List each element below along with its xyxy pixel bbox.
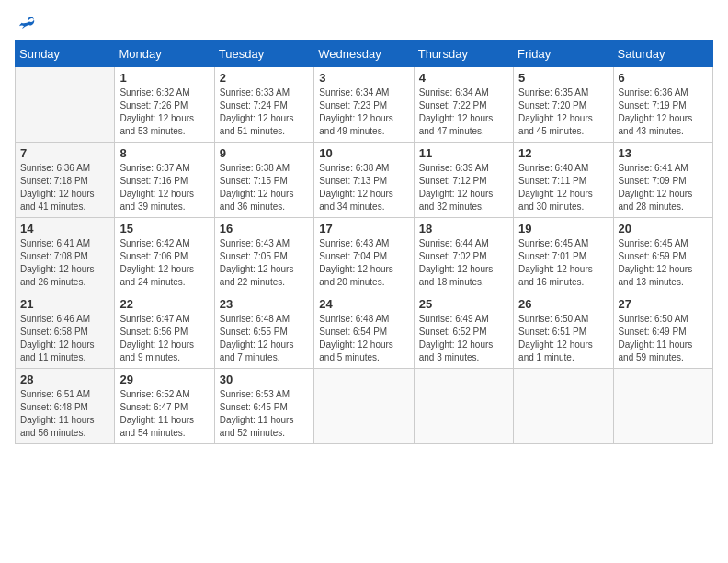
calendar-table: SundayMondayTuesdayWednesdayThursdayFrid… (15, 40, 713, 444)
weekday-header-row: SundayMondayTuesdayWednesdayThursdayFrid… (16, 41, 713, 67)
day-number: 9 (220, 146, 309, 160)
weekday-header-monday: Monday (115, 41, 214, 67)
day-number: 15 (119, 222, 209, 236)
calendar-cell: 21Sunrise: 6:46 AM Sunset: 6:58 PM Dayli… (16, 293, 115, 369)
day-info: Sunrise: 6:33 AM Sunset: 7:24 PM Dayligh… (220, 86, 309, 138)
day-number: 2 (220, 71, 309, 85)
calendar-cell: 6Sunrise: 6:36 AM Sunset: 7:19 PM Daylig… (613, 67, 712, 143)
week-row-2: 14Sunrise: 6:41 AM Sunset: 7:08 PM Dayli… (16, 218, 713, 293)
calendar-cell: 17Sunrise: 6:43 AM Sunset: 7:04 PM Dayli… (314, 218, 414, 293)
day-info: Sunrise: 6:41 AM Sunset: 7:08 PM Dayligh… (20, 237, 109, 289)
day-number: 24 (319, 297, 408, 311)
calendar-cell: 26Sunrise: 6:50 AM Sunset: 6:51 PM Dayli… (514, 293, 613, 369)
day-number: 14 (20, 222, 109, 236)
calendar-cell: 24Sunrise: 6:48 AM Sunset: 6:54 PM Dayli… (314, 293, 414, 369)
calendar-cell: 8Sunrise: 6:37 AM Sunset: 7:16 PM Daylig… (115, 143, 214, 218)
day-number: 23 (220, 297, 309, 311)
weekday-header-saturday: Saturday (613, 41, 712, 67)
day-info: Sunrise: 6:49 AM Sunset: 6:52 PM Dayligh… (419, 313, 508, 364)
day-number: 7 (20, 146, 109, 160)
day-info: Sunrise: 6:50 AM Sunset: 6:49 PM Dayligh… (619, 313, 708, 364)
calendar-cell: 23Sunrise: 6:48 AM Sunset: 6:55 PM Dayli… (214, 293, 313, 369)
week-row-4: 28Sunrise: 6:51 AM Sunset: 6:48 PM Dayli… (16, 369, 713, 444)
calendar-cell (314, 369, 414, 444)
calendar-cell: 4Sunrise: 6:34 AM Sunset: 7:22 PM Daylig… (414, 67, 513, 143)
calendar-cell: 25Sunrise: 6:49 AM Sunset: 6:52 PM Dayli… (414, 293, 513, 369)
calendar-cell: 14Sunrise: 6:41 AM Sunset: 7:08 PM Dayli… (16, 218, 115, 293)
calendar-cell (613, 369, 712, 444)
day-info: Sunrise: 6:37 AM Sunset: 7:16 PM Dayligh… (119, 162, 209, 213)
day-number: 18 (419, 222, 508, 236)
calendar-cell: 18Sunrise: 6:44 AM Sunset: 7:02 PM Dayli… (414, 218, 513, 293)
day-info: Sunrise: 6:45 AM Sunset: 7:01 PM Dayligh… (518, 237, 608, 289)
weekday-header-tuesday: Tuesday (214, 41, 313, 67)
day-info: Sunrise: 6:53 AM Sunset: 6:45 PM Dayligh… (220, 388, 309, 440)
day-info: Sunrise: 6:38 AM Sunset: 7:15 PM Dayligh… (220, 162, 309, 213)
day-number: 20 (619, 222, 708, 236)
day-info: Sunrise: 6:47 AM Sunset: 6:56 PM Dayligh… (119, 313, 209, 364)
day-info: Sunrise: 6:40 AM Sunset: 7:11 PM Dayligh… (518, 162, 608, 213)
day-number: 16 (220, 222, 309, 236)
calendar-cell: 13Sunrise: 6:41 AM Sunset: 7:09 PM Dayli… (613, 143, 712, 218)
calendar-cell (514, 369, 613, 444)
week-row-0: 1Sunrise: 6:32 AM Sunset: 7:26 PM Daylig… (16, 67, 713, 143)
calendar-cell: 9Sunrise: 6:38 AM Sunset: 7:15 PM Daylig… (214, 143, 313, 218)
calendar-cell: 12Sunrise: 6:40 AM Sunset: 7:11 PM Dayli… (514, 143, 613, 218)
day-number: 19 (518, 222, 608, 236)
day-info: Sunrise: 6:43 AM Sunset: 7:04 PM Dayligh… (319, 237, 408, 289)
day-number: 3 (319, 71, 408, 85)
day-number: 13 (619, 146, 708, 160)
day-number: 30 (220, 373, 309, 386)
day-number: 12 (518, 146, 608, 160)
day-info: Sunrise: 6:34 AM Sunset: 7:23 PM Dayligh… (319, 86, 408, 138)
calendar-cell: 2Sunrise: 6:33 AM Sunset: 7:24 PM Daylig… (214, 67, 313, 143)
logo-bird-icon (18, 15, 35, 31)
week-row-3: 21Sunrise: 6:46 AM Sunset: 6:58 PM Dayli… (16, 293, 713, 369)
day-info: Sunrise: 6:50 AM Sunset: 6:51 PM Dayligh… (518, 313, 608, 364)
day-number: 21 (20, 297, 109, 311)
day-info: Sunrise: 6:34 AM Sunset: 7:22 PM Dayligh… (419, 86, 508, 138)
page-header (15, 15, 713, 31)
weekday-header-sunday: Sunday (16, 41, 115, 67)
day-info: Sunrise: 6:42 AM Sunset: 7:06 PM Dayligh… (119, 237, 209, 289)
day-number: 25 (419, 297, 508, 311)
day-number: 6 (619, 71, 708, 85)
day-info: Sunrise: 6:45 AM Sunset: 6:59 PM Dayligh… (619, 237, 708, 289)
calendar-cell: 16Sunrise: 6:43 AM Sunset: 7:05 PM Dayli… (214, 218, 313, 293)
calendar-cell: 15Sunrise: 6:42 AM Sunset: 7:06 PM Dayli… (115, 218, 214, 293)
calendar-cell: 3Sunrise: 6:34 AM Sunset: 7:23 PM Daylig… (314, 67, 414, 143)
weekday-header-thursday: Thursday (414, 41, 513, 67)
calendar-cell: 20Sunrise: 6:45 AM Sunset: 6:59 PM Dayli… (613, 218, 712, 293)
day-info: Sunrise: 6:48 AM Sunset: 6:55 PM Dayligh… (220, 313, 309, 364)
calendar-cell: 29Sunrise: 6:52 AM Sunset: 6:47 PM Dayli… (115, 369, 214, 444)
calendar-cell: 5Sunrise: 6:35 AM Sunset: 7:20 PM Daylig… (514, 67, 613, 143)
day-info: Sunrise: 6:52 AM Sunset: 6:47 PM Dayligh… (119, 388, 209, 440)
day-number: 11 (419, 146, 508, 160)
day-number: 28 (20, 373, 109, 386)
day-info: Sunrise: 6:46 AM Sunset: 6:58 PM Dayligh… (20, 313, 109, 364)
calendar-cell (414, 369, 513, 444)
logo (15, 15, 35, 31)
day-info: Sunrise: 6:32 AM Sunset: 7:26 PM Dayligh… (119, 86, 209, 138)
day-info: Sunrise: 6:36 AM Sunset: 7:19 PM Dayligh… (619, 86, 708, 138)
calendar-cell: 27Sunrise: 6:50 AM Sunset: 6:49 PM Dayli… (613, 293, 712, 369)
day-info: Sunrise: 6:39 AM Sunset: 7:12 PM Dayligh… (419, 162, 508, 213)
calendar-cell: 11Sunrise: 6:39 AM Sunset: 7:12 PM Dayli… (414, 143, 513, 218)
day-info: Sunrise: 6:35 AM Sunset: 7:20 PM Dayligh… (518, 86, 608, 138)
calendar-cell: 7Sunrise: 6:36 AM Sunset: 7:18 PM Daylig… (16, 143, 115, 218)
day-info: Sunrise: 6:38 AM Sunset: 7:13 PM Dayligh… (319, 162, 408, 213)
day-info: Sunrise: 6:43 AM Sunset: 7:05 PM Dayligh… (220, 237, 309, 289)
calendar-cell: 28Sunrise: 6:51 AM Sunset: 6:48 PM Dayli… (16, 369, 115, 444)
calendar-cell: 19Sunrise: 6:45 AM Sunset: 7:01 PM Dayli… (514, 218, 613, 293)
calendar-cell: 1Sunrise: 6:32 AM Sunset: 7:26 PM Daylig… (115, 67, 214, 143)
day-number: 22 (119, 297, 209, 311)
day-number: 10 (319, 146, 408, 160)
calendar-cell: 22Sunrise: 6:47 AM Sunset: 6:56 PM Dayli… (115, 293, 214, 369)
weekday-header-wednesday: Wednesday (314, 41, 414, 67)
calendar-cell: 30Sunrise: 6:53 AM Sunset: 6:45 PM Dayli… (214, 369, 313, 444)
day-number: 26 (518, 297, 608, 311)
day-info: Sunrise: 6:51 AM Sunset: 6:48 PM Dayligh… (20, 388, 109, 440)
calendar-cell: 10Sunrise: 6:38 AM Sunset: 7:13 PM Dayli… (314, 143, 414, 218)
calendar-cell (16, 67, 115, 143)
day-number: 8 (119, 146, 209, 160)
